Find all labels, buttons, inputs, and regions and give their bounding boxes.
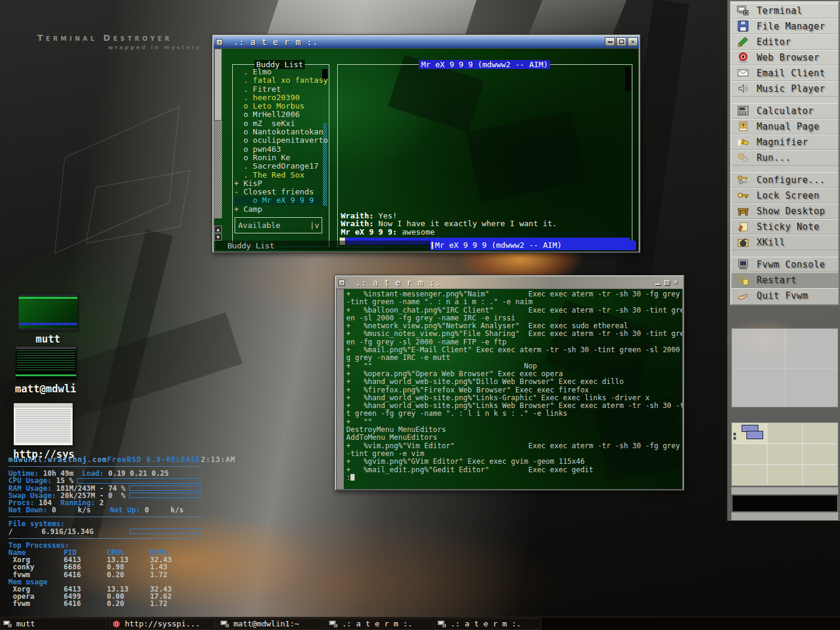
- maximize-button[interactable]: [616, 37, 626, 46]
- pager-desk[interactable]: [732, 465, 767, 485]
- browser-thumbnail[interactable]: [13, 403, 73, 446]
- buddy-row[interactable]: . SacredOrange17: [234, 162, 322, 170]
- dock-cell[interactable]: [732, 329, 785, 368]
- pager-desk[interactable]: [767, 444, 802, 464]
- close-button[interactable]: ×: [628, 37, 638, 46]
- iconified-mutt[interactable]: mutt: [18, 293, 78, 345]
- task-button-aterm-2[interactable]: .: a t e r m :.: [434, 618, 541, 630]
- minimize-button[interactable]: [605, 37, 615, 46]
- pager-desk[interactable]: [767, 423, 802, 443]
- task-button-shell[interactable]: matt@mdwlin1:~: [217, 618, 324, 630]
- menu-item-music-player[interactable]: Music Player: [731, 81, 838, 97]
- naim-statusbar: Buddy List Mr eX 9 9 9 (mdwww2 -- AIM): [215, 241, 637, 250]
- maximize-button[interactable]: [664, 278, 670, 286]
- buddy-row[interactable]: . The Red Sox: [234, 171, 322, 179]
- config-line: + %mail.png%"E-Mail Client" Exec exec at…: [346, 346, 681, 354]
- naim-terminal: ▲ ▼ Buddy List . Elmo . fatal xo fantasy…: [214, 48, 639, 252]
- hostname: mdwunil.wraithnj.com: [8, 456, 107, 463]
- buddy-row[interactable]: o oculipenitaverto: [234, 136, 322, 145]
- menu-item-calculator[interactable]: Calculator: [731, 103, 838, 119]
- menu-item-email-client[interactable]: Email Client: [731, 65, 838, 81]
- config-line: + %mail_edit.png%"Gedit Editor" Exec exe…: [346, 466, 681, 474]
- statusbar-buddy-list-tab[interactable]: Buddy List: [227, 241, 274, 250]
- task-button-aterm-1[interactable]: .: a t e r m :.: [326, 618, 433, 630]
- config-terminal: + %instant-messenger.png%"Naim" Exec exe…: [336, 289, 683, 490]
- running-value: 2: [95, 499, 104, 506]
- buddy-group-row[interactable]: - Closest friends: [234, 188, 322, 196]
- menu-item-terminal[interactable]: Terminal: [731, 3, 838, 19]
- buddy-row[interactable]: o MrHell2006: [234, 110, 322, 119]
- iconified-irc[interactable]: matt@mdwli: [15, 346, 77, 395]
- menu-item-magnifier[interactable]: Magnifier: [731, 134, 838, 150]
- menu-item-fvwm-console[interactable]: Fvwm Console: [731, 257, 838, 272]
- menu-item-sticky-note[interactable]: Sticky Note: [731, 219, 838, 235]
- mutt-thumbnail[interactable]: [18, 293, 78, 331]
- pager-window[interactable]: [746, 431, 763, 439]
- naim-window-title: .: a t e r m :.: [233, 37, 318, 47]
- statusbar-chat-tab[interactable]: Mr eX 9 9 9 (mdwww2 -- AIM): [430, 241, 636, 250]
- config-scrollbar[interactable]: [337, 289, 344, 489]
- pager-desk[interactable]: [803, 423, 838, 443]
- menu-item-web-browser[interactable]: Web Browser: [731, 50, 838, 65]
- window-menu-button[interactable]: [338, 280, 345, 286]
- menu-item-configure[interactable]: Configure...: [731, 172, 838, 188]
- naim-content: Buddy List . Elmo . fatal xo fantasy . F…: [222, 49, 638, 251]
- dock-cell[interactable]: [785, 368, 838, 407]
- pager-desk-current[interactable]: [732, 423, 767, 443]
- naim-window: .: a t e r m :. × ▲ ▼ Buddy List: [212, 34, 641, 253]
- buddy-row[interactable]: o Leto Morbus: [234, 102, 322, 110]
- buddy-row[interactable]: o Nantokotantokan: [234, 128, 322, 136]
- buddy-row[interactable]: o Ronin Ke: [234, 154, 322, 162]
- buddy-row[interactable]: o mZ seKxi: [234, 119, 322, 128]
- terminal-icon: [737, 4, 749, 17]
- menu-item-file-manager[interactable]: File Manager: [731, 19, 838, 34]
- pager-icon: [733, 433, 736, 436]
- buddy-row-selected[interactable]: o Mr eX 9 9 9: [234, 196, 322, 205]
- scroll-up-button[interactable]: ▲: [214, 226, 222, 233]
- button-dock: [731, 328, 838, 407]
- buddy-row[interactable]: . fatal xo fantasy: [234, 76, 322, 85]
- menu-item-show-desktop[interactable]: Show Desktop: [731, 203, 838, 219]
- buddy-row[interactable]: . Elmo: [234, 68, 322, 76]
- terminal-icon: [3, 619, 13, 629]
- naim-titlebar[interactable]: .: a t e r m :. ×: [214, 36, 639, 48]
- menu-item-run[interactable]: Run...: [731, 150, 838, 166]
- window-menu-button[interactable]: [216, 39, 223, 46]
- scroll-down-button[interactable]: ▼: [214, 233, 222, 241]
- config-titlebar[interactable]: .: a t e r m :. ×: [336, 277, 683, 289]
- menu-item-lock-screen[interactable]: Lock Screen: [731, 188, 838, 203]
- dock-cell[interactable]: [732, 368, 785, 407]
- buddy-group-row[interactable]: + KisP: [234, 179, 322, 188]
- menu-item-manual-page[interactable]: Manual Page: [731, 119, 838, 134]
- buddy-row[interactable]: . Fitret: [234, 85, 322, 94]
- naim-scrollbar-thumb[interactable]: [214, 49, 222, 121]
- iconified-browser[interactable]: http://sys: [13, 403, 74, 460]
- pager-desk[interactable]: [803, 444, 838, 464]
- irc-thumbnail[interactable]: [15, 346, 77, 380]
- minimize-button[interactable]: [655, 278, 660, 286]
- terminal-icon: [437, 619, 447, 629]
- pager-desk[interactable]: [767, 465, 802, 485]
- buddy-row[interactable]: o pwn463: [234, 145, 322, 154]
- menu-item-editor[interactable]: Editor: [731, 34, 838, 50]
- chat-scrollbar-thumb[interactable]: [625, 67, 631, 91]
- menu-item-quit-fvwm[interactable]: Quit Fvwm: [731, 288, 838, 304]
- task-button-browser[interactable]: http://sysspi...: [109, 618, 215, 630]
- status-dropdown[interactable]: Available |v: [235, 217, 322, 233]
- naim-scrollbar[interactable]: [214, 49, 222, 218]
- task-button-mutt[interactable]: mutt: [0, 618, 107, 630]
- menu-item-xkill[interactable]: XKill: [731, 235, 838, 250]
- menu-item-restart[interactable]: Restart: [731, 272, 838, 288]
- web-browser-icon: [737, 51, 749, 64]
- dock-cell[interactable]: [785, 329, 838, 368]
- process-row: fvwm64160.201.72: [8, 571, 202, 578]
- divider: [8, 466, 202, 467]
- lock-screen-icon: [737, 189, 749, 202]
- buddy-row[interactable]: . heero20390: [234, 94, 322, 102]
- config-text: + %instant-messenger.png%"Naim" Exec exe…: [346, 290, 681, 489]
- close-button[interactable]: ×: [674, 278, 678, 286]
- pager-desk[interactable]: [803, 465, 838, 485]
- buddy-group-row[interactable]: + Camp: [234, 205, 322, 214]
- config-aterm-window: .: a t e r m :. × + %instant-messenger.p…: [334, 275, 685, 491]
- pager-desk[interactable]: [732, 444, 767, 464]
